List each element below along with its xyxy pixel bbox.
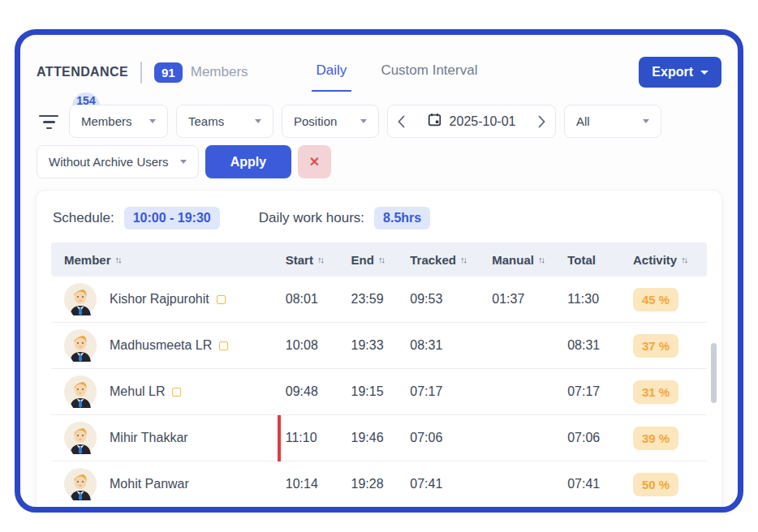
column-header[interactable]: End ↑↓ — [343, 253, 403, 267]
start-cell: 09:48 — [278, 369, 343, 414]
next-day-button[interactable] — [538, 115, 545, 128]
chevron-down-icon — [255, 119, 261, 123]
column-header[interactable]: Manual ↑↓ — [484, 253, 559, 267]
end-cell: 19:15 — [343, 384, 403, 399]
sort-icon[interactable]: ↑↓ — [378, 255, 384, 264]
attendance-card: Schedule: 10:00 - 19:30 Daily work hours… — [37, 191, 721, 512]
start-cell: 10:14 — [278, 461, 343, 507]
timer-badge-icon — [172, 388, 181, 397]
date-picker: 2025-10-01 — [387, 105, 556, 138]
start-cell: 10:08 — [278, 323, 343, 368]
table-row[interactable]: Mihir Thakkar 11:10 19:46 07:06 07:06 39… — [51, 415, 707, 461]
timer-badge-icon — [219, 341, 228, 350]
sort-icon[interactable]: ↑↓ — [460, 255, 466, 264]
member-cell: Madhusmeeta LR — [51, 329, 278, 362]
previous-day-button[interactable] — [398, 115, 405, 128]
chevron-down-icon — [149, 119, 156, 123]
activity-cell: 31 % — [625, 380, 707, 404]
activity-cell: 37 % — [625, 334, 707, 358]
tracked-cell: 07:06 — [402, 431, 484, 445]
end-cell: 19:46 — [343, 431, 403, 445]
total-cell: 07:17 — [559, 384, 625, 399]
export-button-label: Export — [652, 65, 693, 79]
column-header[interactable]: Activity ↑↓ — [625, 253, 707, 267]
chevron-down-icon — [180, 160, 187, 164]
column-header-label: Tracked — [410, 253, 456, 267]
export-button[interactable]: Export — [639, 57, 721, 88]
total-cell: 07:06 — [559, 431, 625, 445]
tracked-cell: 08:31 — [402, 338, 484, 353]
sort-icon[interactable]: ↑↓ — [115, 255, 121, 264]
tracked-cell: 07:17 — [402, 384, 484, 399]
position-dropdown-value: Position — [294, 114, 337, 128]
member-name: Madhusmeeta LR — [110, 338, 212, 352]
total-cell: 08:31 — [559, 338, 625, 353]
activity-badge: 37 % — [633, 334, 678, 358]
members-label: Members — [191, 64, 248, 80]
archive-users-dropdown[interactable]: Without Archive Users — [37, 145, 199, 178]
member-name: Mohit Panwar — [110, 477, 189, 491]
date-value[interactable]: 2025-10-01 — [450, 114, 516, 129]
end-cell: 19:28 — [343, 477, 403, 491]
member-name: Kishor Rajpurohit — [110, 292, 209, 306]
activity-cell: 39 % — [625, 427, 707, 450]
sort-icon[interactable]: ↑↓ — [681, 255, 687, 264]
app-window: ATTENDANCE 91 Members Daily Custom Inter… — [15, 29, 743, 513]
calendar-icon — [428, 113, 441, 130]
avatar — [64, 283, 97, 315]
column-header[interactable]: Member ↑↓ — [51, 253, 278, 267]
table-row[interactable]: Madhusmeeta LR 10:08 19:33 08:31 08:31 3… — [51, 323, 707, 369]
member-name: Mihir Thakkar — [110, 431, 188, 444]
column-header[interactable]: Tracked ↑↓ — [402, 253, 484, 267]
position-dropdown[interactable]: Position — [282, 105, 379, 138]
page-title: ATTENDANCE — [37, 65, 128, 79]
status-dropdown[interactable]: All — [564, 105, 661, 138]
sort-icon[interactable]: ↑↓ — [317, 255, 323, 264]
table-row[interactable]: Mohit Panwar 10:14 19:28 07:41 07:41 50 … — [51, 461, 707, 508]
apply-button[interactable]: Apply — [205, 145, 291, 178]
schedule-label: Schedule: — [53, 210, 114, 226]
archive-users-dropdown-value: Without Archive Users — [49, 155, 169, 169]
tracked-cell: 09:53 — [402, 292, 484, 307]
view-tabs: Daily Custom Interval — [317, 62, 478, 82]
members-dropdown[interactable]: Members — [69, 105, 168, 138]
activity-badge: 45 % — [633, 288, 678, 311]
close-icon: ✕ — [309, 155, 320, 169]
filter-icon[interactable] — [37, 114, 61, 130]
column-header-label: Manual — [492, 253, 534, 267]
member-cell: Mehul LR — [51, 375, 278, 408]
header-divider — [140, 62, 142, 84]
table-scrollbar[interactable] — [711, 343, 717, 403]
tab-custom-interval[interactable]: Custom Interval — [381, 62, 477, 82]
end-cell: 19:33 — [343, 338, 403, 353]
activity-badge: 31 % — [633, 380, 678, 404]
avatar — [64, 329, 97, 362]
filter-row-secondary: Without Archive Users Apply ✕ — [37, 145, 721, 178]
timer-badge-icon — [217, 295, 226, 304]
schedule-value-badge: 10:00 - 19:30 — [124, 207, 220, 230]
sort-icon[interactable]: ↑↓ — [538, 255, 544, 264]
chevron-down-icon — [360, 119, 367, 123]
avatar — [64, 468, 97, 500]
column-header-label: Member — [64, 253, 111, 267]
avatar — [64, 375, 97, 408]
tab-daily[interactable]: Daily — [317, 62, 347, 82]
member-name: Mehul LR — [110, 384, 165, 398]
teams-dropdown[interactable]: Teams — [176, 105, 273, 138]
table-row[interactable]: Mehul LR 09:48 19:15 07:17 07:17 31 % — [51, 369, 707, 415]
members-count-badge: 91 — [154, 62, 183, 83]
schedule-summary: Schedule: 10:00 - 19:30 Daily work hours… — [37, 207, 721, 230]
work-hours-label: Daily work hours: — [259, 210, 364, 226]
filter-row-primary: 154 Members Teams Position — [37, 105, 721, 138]
header: ATTENDANCE 91 Members Daily Custom Inter… — [37, 56, 721, 88]
activity-badge: 50 % — [633, 473, 678, 496]
column-header[interactable]: Total — [559, 253, 625, 267]
total-cell: 11:30 — [559, 292, 625, 307]
table-row[interactable]: Kishor Rajpurohit 08:01 23:59 09:53 01:3… — [51, 277, 707, 323]
column-header[interactable]: Start ↑↓ — [278, 253, 343, 267]
tracked-cell: 07:41 — [402, 477, 484, 491]
activity-badge: 39 % — [633, 427, 678, 450]
clear-filters-button[interactable]: ✕ — [298, 145, 331, 178]
column-header-label: End — [351, 253, 374, 267]
member-cell: Mohit Panwar — [51, 468, 278, 500]
